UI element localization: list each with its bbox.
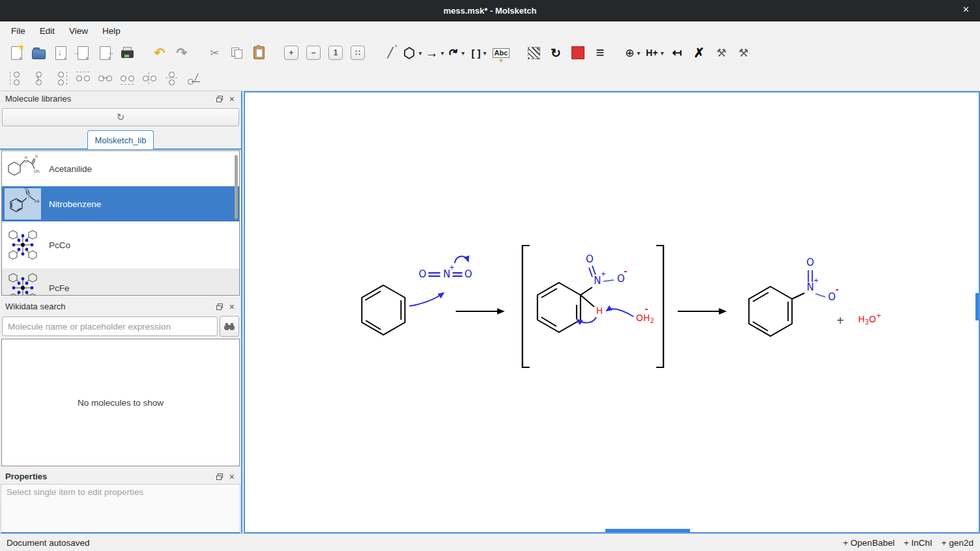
distribute-vertically-button[interactable] — [160, 68, 182, 89]
chevron-down-icon[interactable]: ▾ — [418, 49, 422, 57]
drawing-canvas[interactable]: O N + O — [244, 91, 980, 533]
svg-text:N: N — [25, 160, 27, 163]
cut-button[interactable]: ✂ — [203, 42, 225, 63]
open-file-icon — [32, 49, 46, 59]
libraries-panel-titlebar: Molecule libraries × — [0, 91, 241, 106]
line-width-icon: ≡ — [596, 46, 605, 60]
window-close-icon[interactable]: ✕ — [962, 5, 970, 14]
paste-button[interactable] — [248, 42, 270, 63]
chevron-down-icon[interactable]: ▾ — [637, 49, 641, 57]
chevron-down-icon[interactable]: ▾ — [661, 49, 664, 57]
library-item-acetanilide[interactable]: HNOCH₃Acetanilide — [2, 151, 239, 186]
tab-molsketch-lib[interactable]: Molsketch_lib — [87, 130, 154, 149]
delete-tool-button[interactable]: ✗ — [688, 42, 710, 63]
align-right-button[interactable] — [50, 68, 72, 89]
charge-tool-button[interactable]: ⊕▾ — [622, 42, 644, 63]
open-file-button[interactable] — [27, 42, 50, 63]
library-item-label: Acetanilide — [49, 164, 92, 174]
arenium-intermediate[interactable]: O N + O - H — [538, 253, 627, 332]
menu-view[interactable]: View — [62, 26, 95, 36]
export-button[interactable]: → — [94, 42, 116, 63]
search-button[interactable] — [220, 316, 239, 337]
menu-help[interactable]: Help — [95, 26, 128, 36]
redo-button[interactable]: ↷ — [171, 42, 193, 63]
svg-text:O: O — [25, 187, 28, 191]
clean-selection-tool-button[interactable]: ⚒ — [732, 42, 755, 63]
svg-text:N: N — [28, 194, 31, 198]
mechanism-arrow-pi-shift[interactable] — [455, 256, 468, 263]
copy-icon — [231, 48, 242, 59]
clean-structure-tool-button[interactable]: ⚒ — [710, 42, 732, 63]
wikidata-search-panel: Wikidata search × — [0, 299, 241, 467]
print-button[interactable] — [116, 42, 138, 63]
zoom-original-button[interactable]: 1 — [324, 42, 347, 63]
cut-icon: ✂ — [210, 48, 219, 59]
undo-button[interactable]: ↶ — [149, 42, 171, 63]
chevron-down-icon[interactable]: ▾ — [483, 49, 487, 57]
hydrogen-tool-button[interactable]: H+▾ — [644, 42, 666, 63]
lone-pair-tool-button[interactable]: ↤ — [666, 42, 688, 63]
close-panel-icon[interactable]: × — [229, 94, 235, 104]
mechanism-arrow-tool-button[interactable]: ↷▾ — [446, 42, 468, 63]
menu-file[interactable]: File — [4, 26, 33, 36]
distribute-horizontally-button[interactable] — [138, 68, 160, 89]
ring-tool-button[interactable]: ▾ — [401, 42, 424, 63]
library-item-pcco[interactable]: PcCo — [2, 221, 239, 268]
chevron-down-icon[interactable]: ▾ — [440, 49, 444, 57]
color-swatch-button[interactable] — [567, 42, 589, 63]
canvas-horizontal-scrollbar[interactable] — [605, 529, 690, 532]
molecule-search-input[interactable] — [2, 317, 218, 336]
new-document-button[interactable]: ★ — [5, 42, 27, 63]
refresh-libraries-button[interactable]: ↻ — [2, 108, 239, 126]
zoom-fit-button[interactable]: ∷ — [347, 42, 369, 63]
bracket-tool-button[interactable]: [ ]▾ — [468, 42, 490, 63]
mechanism-arrow-deprotonation[interactable] — [607, 309, 633, 317]
menu-edit[interactable]: Edit — [33, 26, 62, 36]
toolbar-separator — [611, 42, 622, 63]
close-panel-icon[interactable]: × — [229, 302, 235, 311]
hydronium-label[interactable]: H3O+ — [858, 312, 882, 326]
base-label[interactable]: OH2 - — [636, 304, 654, 324]
flip-vertical-button[interactable] — [27, 68, 50, 89]
svg-text:O: O — [419, 268, 427, 280]
redo-icon: ↷ — [177, 46, 188, 59]
reactant-benzene[interactable] — [362, 285, 405, 335]
set-bond-angle-button[interactable] — [182, 68, 205, 89]
product-nitrobenzene[interactable]: O N + O - — [749, 257, 839, 336]
float-panel-icon[interactable] — [216, 473, 223, 480]
copy-button[interactable] — [225, 42, 248, 63]
line-width-button[interactable]: ≡ — [589, 42, 611, 63]
zoom-in-button[interactable]: + — [280, 42, 302, 63]
library-item-nitrobenzene[interactable]: NOOHNitrobenzene — [2, 186, 239, 221]
float-panel-icon[interactable] — [216, 96, 223, 102]
reaction-arrow-tool-button[interactable]: →▾ — [424, 42, 446, 63]
merge-atoms-button[interactable] — [94, 68, 116, 89]
mechanism-arrow-attack[interactable] — [409, 293, 443, 306]
draw-bond-button[interactable]: ╱° — [379, 42, 401, 63]
nitronium-ion[interactable]: O N + O — [419, 264, 472, 280]
properties-content: Select single item to edit properties — [1, 484, 240, 533]
properties-hint: Select single item to edit properties — [7, 487, 143, 497]
float-panel-icon[interactable] — [216, 304, 223, 310]
library-item-label: Nitrobenzene — [49, 199, 101, 209]
zoom-out-button[interactable]: − — [302, 42, 324, 63]
close-panel-icon[interactable]: × — [229, 472, 235, 481]
align-top-button[interactable] — [72, 68, 94, 89]
save-button[interactable]: ↓ — [50, 42, 72, 63]
clean-selection-tool-icon: ⚒ — [738, 48, 748, 59]
svg-text:OH: OH — [35, 199, 40, 203]
library-item-pcfe[interactable]: PcFe — [2, 268, 239, 296]
import-button[interactable]: → — [72, 42, 94, 63]
align-bottom-button[interactable] — [116, 68, 138, 89]
svg-text:O: O — [807, 257, 814, 268]
toolbar-separator — [138, 42, 149, 63]
text-tool-button[interactable]: Abc — [490, 42, 512, 63]
rotate-tool-button[interactable]: ↻ — [545, 42, 567, 63]
canvas-vertical-scrollbar[interactable] — [975, 293, 979, 320]
chevron-down-icon[interactable]: ▾ — [461, 49, 465, 57]
refresh-icon: ↻ — [117, 111, 125, 123]
align-left-button[interactable] — [5, 68, 27, 89]
selection-tool-button[interactable] — [523, 42, 545, 63]
library-list-scrollbar[interactable] — [235, 155, 238, 219]
wikidata-panel-title: Wikidata search — [5, 302, 65, 311]
